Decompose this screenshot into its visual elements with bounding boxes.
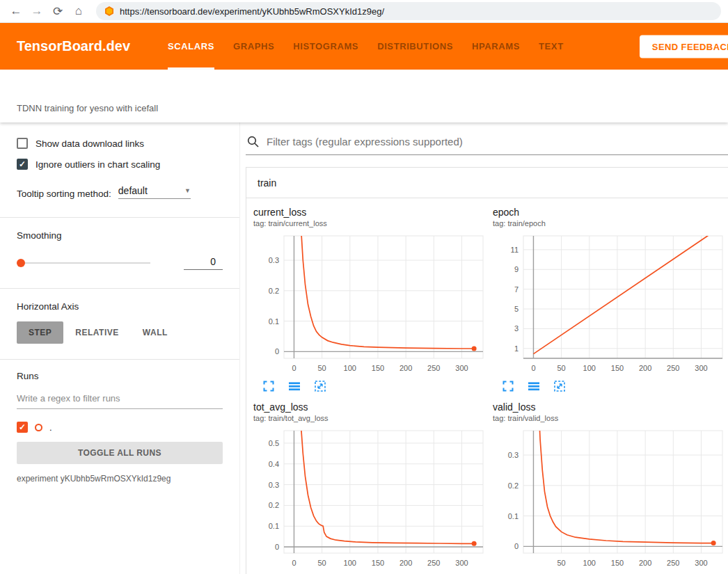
svg-text:100: 100: [583, 364, 596, 372]
runs-filter-input[interactable]: [17, 393, 223, 409]
svg-text:0.3: 0.3: [508, 451, 519, 459]
chart-card-epoch: epoch tag: train/epoch 05010015020025030…: [493, 207, 727, 392]
browser-chrome: ← → ⟳ ⌂ https://tensorboard.dev/experime…: [0, 0, 728, 23]
toggle-all-runs-button[interactable]: TOGGLE ALL RUNS: [17, 442, 223, 464]
show-download-links-checkbox[interactable]: [17, 138, 28, 149]
filter-tags-input[interactable]: [265, 135, 728, 148]
fit-domain-icon[interactable]: [315, 381, 326, 392]
ignore-outliers-label: Ignore outliers in chart scaling: [35, 159, 160, 170]
svg-text:150: 150: [372, 364, 384, 372]
svg-text:250: 250: [427, 364, 440, 372]
chart-card-current-loss: current_loss tag: train/current_loss 050…: [253, 207, 487, 392]
show-download-links-label: Show data download links: [35, 138, 144, 149]
slider-track: [17, 262, 150, 264]
axis-step-button[interactable]: STEP: [17, 321, 63, 344]
svg-text:0.1: 0.1: [269, 522, 279, 530]
home-icon[interactable]: ⌂: [70, 2, 88, 20]
svg-text:0: 0: [531, 364, 535, 372]
chart-title: valid_loss: [493, 401, 727, 413]
tab-hparams[interactable]: HPARAMS: [472, 23, 520, 70]
show-download-links-row[interactable]: Show data download links: [17, 138, 223, 149]
smoothing-slider[interactable]: [17, 258, 150, 268]
chart-tag: tag: train/valid_loss: [493, 414, 727, 423]
ignore-outliers-row[interactable]: Ignore outliers in chart scaling: [17, 159, 223, 170]
svg-text:300: 300: [695, 559, 707, 567]
svg-text:0.3: 0.3: [269, 481, 279, 489]
svg-text:250: 250: [427, 559, 440, 567]
chart-toolbar: [493, 381, 727, 392]
tab-histograms[interactable]: HISTOGRAMS: [293, 23, 358, 70]
horizontal-axis-toggle: STEP RELATIVE WALL: [17, 321, 223, 344]
forward-icon[interactable]: →: [28, 2, 46, 20]
app-header: TensorBoard.dev SCALARS GRAPHS HISTOGRAM…: [0, 23, 728, 70]
svg-text:200: 200: [639, 364, 651, 372]
chart-card-tot-avg-loss: tot_avg_loss tag: train/tot_avg_loss 050…: [253, 401, 487, 574]
svg-text:0.4: 0.4: [269, 460, 279, 468]
fit-domain-icon[interactable]: [554, 381, 565, 392]
experiment-title-band: TDNN training for yesno with icefall: [0, 70, 728, 122]
back-icon[interactable]: ←: [7, 2, 25, 20]
svg-text:0.3: 0.3: [269, 256, 279, 264]
horizontal-axis-label: Horizontal Axis: [17, 301, 223, 312]
chevron-down-icon: ▼: [184, 187, 191, 194]
experiment-id: experiment yKUbhb5wRmOSXYkId1z9eg: [17, 474, 223, 484]
chart-title: epoch: [493, 207, 727, 218]
line-chart-valid-loss[interactable]: 5010015020025030000.10.20.3: [493, 428, 727, 571]
address-bar[interactable]: https://tensorboard.dev/experiment/yKUbh…: [96, 2, 721, 20]
chart-title: current_loss: [253, 207, 487, 218]
chart-tag: tag: train/tot_avg_loss: [253, 414, 487, 423]
svg-text:300: 300: [455, 364, 468, 372]
svg-text:0.2: 0.2: [508, 481, 519, 490]
charts-grid: current_loss tag: train/current_loss 050…: [246, 198, 728, 574]
expand-chart-icon[interactable]: [503, 381, 514, 392]
tensorboard-favicon: [104, 6, 114, 16]
line-chart-epoch[interactable]: 0501001502002503001357911: [493, 233, 727, 376]
train-section-header[interactable]: train: [246, 168, 728, 198]
tab-text[interactable]: TEXT: [539, 23, 564, 70]
run-checkbox[interactable]: [17, 422, 28, 433]
expand-chart-icon[interactable]: [263, 381, 274, 392]
data-table-icon[interactable]: [289, 381, 300, 392]
tooltip-sorting-dropdown[interactable]: default ▼: [118, 185, 191, 199]
svg-text:0: 0: [292, 364, 296, 372]
chart-toolbar: [253, 381, 487, 392]
data-table-icon[interactable]: [528, 381, 539, 392]
tooltip-sorting-label: Tooltip sorting method:: [17, 189, 111, 199]
experiment-title: TDNN training for yesno with icefall: [17, 103, 158, 113]
line-chart-tot-avg-loss[interactable]: 05010015020025030000.10.20.30.40.5: [253, 428, 487, 571]
run-color-swatch: [35, 424, 42, 431]
smoothing-label: Smoothing: [17, 230, 223, 241]
send-feedback-button[interactable]: SEND FEEDBACK: [640, 35, 728, 58]
svg-text:50: 50: [557, 559, 566, 567]
run-row[interactable]: .: [17, 422, 223, 433]
svg-text:150: 150: [611, 364, 624, 372]
scalars-main: train current_loss tag: train/current_lo…: [240, 122, 728, 574]
tab-graphs[interactable]: GRAPHS: [233, 23, 274, 70]
svg-text:100: 100: [344, 364, 356, 372]
svg-text:300: 300: [455, 559, 468, 567]
tab-distributions[interactable]: DISTRIBUTIONS: [377, 23, 453, 70]
svg-text:0: 0: [514, 542, 519, 550]
svg-text:50: 50: [318, 559, 326, 567]
tab-scalars[interactable]: SCALARS: [168, 23, 214, 70]
svg-text:300: 300: [695, 364, 707, 372]
svg-text:200: 200: [399, 364, 412, 372]
smoothing-value[interactable]: 0: [184, 256, 223, 270]
svg-text:0: 0: [292, 559, 296, 567]
ignore-outliers-checkbox[interactable]: [17, 159, 28, 170]
runs-label: Runs: [17, 371, 223, 381]
run-name: .: [49, 422, 52, 433]
axis-relative-button[interactable]: RELATIVE: [63, 321, 130, 344]
slider-thumb[interactable]: [17, 259, 25, 267]
axis-wall-button[interactable]: WALL: [131, 321, 180, 344]
chart-title: tot_avg_loss: [253, 401, 487, 413]
reload-icon[interactable]: ⟳: [49, 2, 67, 20]
line-chart-current-loss[interactable]: 05010015020025030000.10.20.3: [253, 233, 487, 376]
search-icon: [247, 136, 259, 148]
settings-sidebar: Show data download links Ignore outliers…: [0, 122, 240, 574]
svg-text:5: 5: [514, 305, 519, 313]
train-section-card: train current_loss tag: train/current_lo…: [246, 167, 728, 574]
svg-text:200: 200: [639, 559, 651, 567]
svg-text:250: 250: [667, 559, 679, 567]
url-text: https://tensorboard.dev/experiment/yKUbh…: [120, 6, 384, 17]
